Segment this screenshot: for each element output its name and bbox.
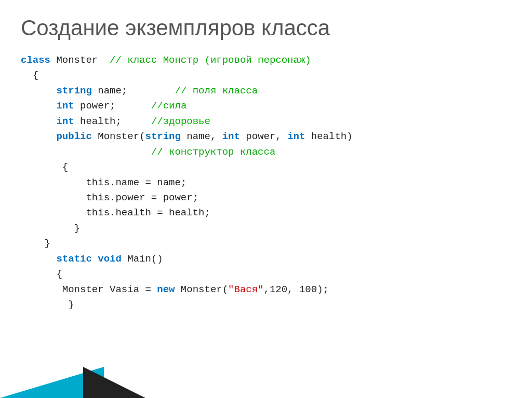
code-line-7: // конструктор класса (21, 145, 511, 160)
code-line-8: { (21, 160, 511, 175)
code-line-13: } (21, 236, 511, 251)
bottom-decoration (0, 367, 532, 398)
comment-1: // класс Монстр (игровой персонаж) (110, 54, 311, 66)
keyword-public: public (56, 131, 91, 142)
comment-3: //сила (151, 100, 187, 112)
code-line-10: this.power = power; (21, 190, 511, 205)
keyword-int-1: int (56, 100, 74, 112)
keyword-int-3: int (222, 131, 240, 142)
keyword-void: void (98, 253, 122, 265)
page-title: Создание экземпляров класса (21, 16, 511, 40)
code-line-12: } (21, 221, 511, 236)
code-line-17: } (21, 297, 511, 312)
keyword-new: new (157, 284, 175, 295)
string-vasia: "Вася" (228, 284, 263, 295)
keyword-string-2: string (145, 131, 180, 142)
code-line-2: { (21, 68, 511, 83)
keyword-class: class (21, 54, 50, 66)
comment-5: // конструктор класса (151, 146, 275, 158)
code-line-16: Monster Vasia = new Monster("Вася",120, … (21, 282, 511, 297)
keyword-string-1: string (56, 85, 91, 97)
code-line-15: { (21, 267, 511, 282)
code-line-14: static void Main() (21, 252, 511, 267)
code-line-3: string name; // поля класса (21, 84, 511, 99)
keyword-static: static (56, 253, 91, 265)
code-line-9: this.name = name; (21, 175, 511, 190)
code-block: class Monster // класс Монстр (игровой п… (21, 53, 511, 312)
page-container: Создание экземпляров класса class Monste… (0, 0, 532, 398)
keyword-int-2: int (56, 116, 74, 127)
code-line-1: class Monster // класс Монстр (игровой п… (21, 53, 511, 68)
code-line-6: public Monster(string name, int power, i… (21, 129, 511, 144)
code-line-5: int health; //здоровье (21, 114, 511, 129)
keyword-int-4: int (287, 131, 305, 142)
triangle-right (83, 367, 145, 398)
comment-2: // поля класса (175, 85, 258, 97)
code-line-11: this.health = health; (21, 205, 511, 221)
comment-4: //здоровье (151, 116, 210, 127)
code-line-4: int power; //сила (21, 99, 511, 114)
